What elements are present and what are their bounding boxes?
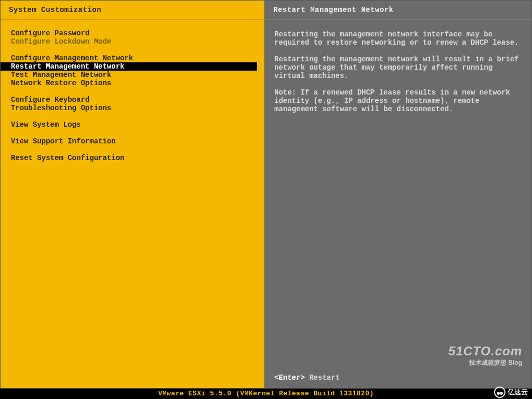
watermark-51cto: 51CTO.com 技术成就梦想 Blog	[448, 344, 522, 367]
menu-item-configure-keyboard[interactable]: Configure Keyboard	[1, 96, 264, 104]
main-area: System Customization Configure PasswordC…	[0, 0, 532, 389]
left-panel-title: System Customization	[1, 1, 264, 20]
right-panel-title: Restart Management Network	[265, 1, 531, 20]
dcui-console: System Customization Configure PasswordC…	[0, 0, 532, 399]
menu-group: View Support Information	[1, 137, 264, 145]
footer-version: VMware ESXi 5.5.0 (VMKernel Release Buil…	[0, 389, 532, 399]
right-panel: Restart Management Network Restarting th…	[265, 0, 532, 389]
menu-group: Configure KeyboardTroubleshooting Option…	[1, 96, 264, 112]
menu-item-network-restore-options[interactable]: Network Restore Options	[1, 79, 264, 87]
menu-item-view-support-information[interactable]: View Support Information	[1, 137, 264, 145]
detail-paragraph: Restarting the management network interf…	[274, 30, 522, 47]
hint-bar: <Enter> Restart	[274, 374, 340, 382]
menu-group: Configure PasswordConfigure Lockdown Mod…	[1, 29, 264, 46]
menu-group: Reset System Configuration	[1, 154, 264, 162]
hint-key: <Enter>	[274, 374, 309, 382]
hint-action: Restart	[309, 374, 340, 382]
detail-paragraph: Note: If a renewed DHCP lease results in…	[274, 88, 522, 113]
menu-item-view-system-logs[interactable]: View System Logs	[1, 121, 264, 129]
menu-item-reset-system-configuration[interactable]: Reset System Configuration	[1, 154, 264, 162]
menu-item-restart-management-network[interactable]: Restart Management Network	[1, 62, 257, 71]
menu-item-troubleshooting-options[interactable]: Troubleshooting Options	[1, 104, 264, 112]
left-panel: System Customization Configure PasswordC…	[0, 0, 265, 389]
menu-item-test-management-network[interactable]: Test Management Network	[1, 71, 264, 79]
menu-group: View System Logs	[1, 121, 264, 129]
menu-list[interactable]: Configure PasswordConfigure Lockdown Mod…	[1, 20, 264, 180]
detail-paragraph: Restarting the management network will r…	[274, 55, 522, 80]
menu-item-configure-lockdown-mode[interactable]: Configure Lockdown Mode	[1, 37, 264, 46]
menu-item-configure-password[interactable]: Configure Password	[1, 29, 264, 37]
menu-item-configure-management-network[interactable]: Configure Management Network	[1, 54, 264, 62]
detail-body: Restarting the management network interf…	[265, 20, 531, 132]
menu-group: Configure Management NetworkRestart Mana…	[1, 54, 264, 87]
